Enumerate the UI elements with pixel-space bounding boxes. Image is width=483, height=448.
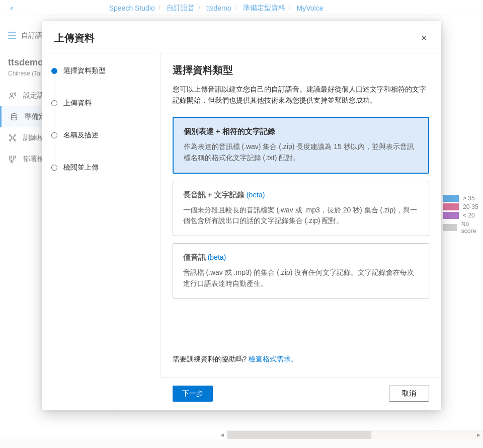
wizard-step-select-type[interactable]: 選擇資料類型 xyxy=(51,63,151,79)
card-description: 作為表達的音訊檔 (.wav) 集合 (.zip) 長度建議為 15 秒以內，並… xyxy=(184,141,418,163)
step-connector xyxy=(54,143,54,160)
card-title-text: 個別表達 + 相符的文字記錄 xyxy=(184,127,275,135)
cancel-button[interactable]: 取消 xyxy=(389,386,429,402)
modal-header: 上傳資料 ✕ xyxy=(42,21,441,53)
wizard-step-upload[interactable]: 上傳資料 xyxy=(51,96,151,111)
modal-overlay: 上傳資料 ✕ 選擇資料類型 上傳資料 名稱及描述 xyxy=(0,0,483,448)
step-label: 選擇資料類型 xyxy=(63,66,106,76)
step-dot-icon xyxy=(51,68,57,74)
modal-title: 上傳資料 xyxy=(54,31,95,45)
step-label: 上傳資料 xyxy=(63,99,92,108)
modal-main-content: 選擇資料類型 您可以上傳音訊以建立您自己的自訂語音。建議最好從個人口述文字和相符… xyxy=(160,53,441,377)
close-icon[interactable]: ✕ xyxy=(419,31,429,45)
data-type-card-utterance-transcript[interactable]: 個別表達 + 相符的文字記錄 作為表達的音訊檔 (.wav) 集合 (.zip)… xyxy=(173,117,429,173)
card-title-text: 長音訊 + 文字記錄 xyxy=(183,190,247,199)
card-title-text: 僅音訊 xyxy=(183,253,208,261)
step-dot-icon xyxy=(51,165,57,171)
data-type-card-audio-only[interactable]: 僅音訊 (beta) 音訊檔 (.wav 或 .mp3) 的集合 (.zip) … xyxy=(173,243,429,298)
step-connector xyxy=(54,111,54,128)
wizard-step-name-desc[interactable]: 名稱及描述 xyxy=(51,128,151,143)
upload-data-modal: 上傳資料 ✕ 選擇資料類型 上傳資料 名稱及描述 xyxy=(42,21,441,410)
step-dot-icon xyxy=(51,132,57,138)
card-title: 僅音訊 (beta) xyxy=(183,253,419,262)
help-link[interactable]: 檢查格式需求。 xyxy=(249,355,298,363)
step-label: 名稱及描述 xyxy=(63,131,99,140)
step-connector xyxy=(54,79,54,96)
next-button[interactable]: 下一步 xyxy=(173,386,213,402)
help-text-label: 需要訓練資料的協助嗎? xyxy=(173,355,249,363)
step-description: 您可以上傳音訊以建立您自己的自訂語音。建議最好從個人口述文字和相符的文字記錄開始… xyxy=(173,84,429,106)
card-description: 音訊檔 (.wav 或 .mp3) 的集合 (.zip) 沒有任何文字記錄。文字… xyxy=(183,267,419,289)
step-dot-icon xyxy=(51,100,57,106)
modal-footer: 下一步 取消 xyxy=(160,377,441,410)
card-description: 一個未分段且較長的音訊檔案 (.wav 或 .mp3，長於 20 秒) 集合 (… xyxy=(183,205,419,227)
data-type-card-long-audio[interactable]: 長音訊 + 文字記錄 (beta) 一個未分段且較長的音訊檔案 (.wav 或 … xyxy=(173,181,429,236)
beta-badge: (beta) xyxy=(208,253,226,261)
wizard-step-review[interactable]: 檢閱並上傳 xyxy=(51,160,151,175)
card-title: 長音訊 + 文字記錄 (beta) xyxy=(183,190,419,200)
beta-badge: (beta) xyxy=(247,191,265,199)
modal-body: 選擇資料類型 上傳資料 名稱及描述 檢閱並上傳 xyxy=(42,53,441,377)
step-title: 選擇資料類型 xyxy=(173,63,429,77)
wizard-steps: 選擇資料類型 上傳資料 名稱及描述 檢閱並上傳 xyxy=(42,53,160,377)
card-title: 個別表達 + 相符的文字記錄 xyxy=(184,127,418,136)
step-label: 檢閱並上傳 xyxy=(63,163,99,172)
help-text: 需要訓練資料的協助嗎? 檢查格式需求。 xyxy=(173,355,429,364)
